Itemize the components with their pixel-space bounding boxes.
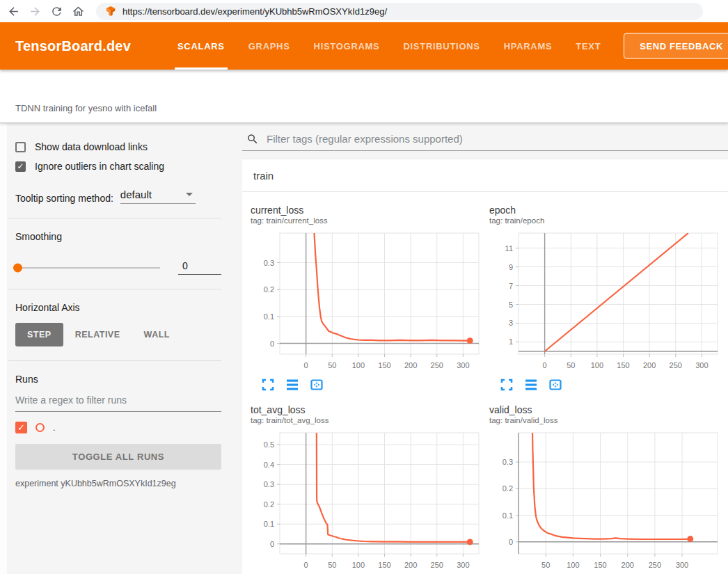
svg-text:0.1: 0.1 xyxy=(264,312,274,321)
svg-text:0: 0 xyxy=(543,361,547,369)
smoothing-value[interactable]: 0 xyxy=(178,260,221,275)
chart-tag: tag: train/current_loss xyxy=(251,216,489,225)
smoothing-label: Smoothing xyxy=(15,231,221,242)
axis-button-wall[interactable]: WALL xyxy=(132,323,182,346)
tooltip-sorting-value: default xyxy=(120,189,152,200)
svg-text:150: 150 xyxy=(378,361,390,369)
chart-title: valid_loss xyxy=(489,404,728,416)
run-checkbox[interactable]: ✓ xyxy=(15,422,27,433)
smoothing-slider[interactable] xyxy=(15,267,160,269)
chart-plot-area[interactable]: 0501001502002503001357911 xyxy=(489,229,722,372)
chevron-down-icon xyxy=(186,193,193,196)
tag-filter-input[interactable] xyxy=(265,132,728,145)
url-bar[interactable]: https://tensorboard.dev/experiment/yKUbh… xyxy=(96,3,703,20)
divider xyxy=(8,218,221,218)
expand-chart-icon[interactable] xyxy=(261,378,275,392)
svg-text:5: 5 xyxy=(509,301,513,309)
ignore-outliers-row[interactable]: ✓ Ignore outliers in chart scaling xyxy=(15,161,221,172)
tab-graphs[interactable]: GRAPHS xyxy=(237,22,302,70)
toggle-log-scale-icon[interactable] xyxy=(285,378,299,392)
tooltip-sorting-row: Tooltip sorting method: default xyxy=(15,189,221,204)
svg-text:300: 300 xyxy=(457,361,469,369)
ignore-outliers-checkbox[interactable]: ✓ xyxy=(15,161,26,172)
back-icon[interactable] xyxy=(7,5,20,18)
svg-text:3: 3 xyxy=(509,319,513,327)
nav-tabs: SCALARSGRAPHSHISTOGRAMSDISTRIBUTIONSHPAR… xyxy=(166,22,612,70)
smoothing-slider-row: 0 xyxy=(15,260,221,275)
svg-text:100: 100 xyxy=(352,561,365,569)
settings-sidebar: Show data download links ✓ Ignore outlie… xyxy=(0,123,242,574)
svg-text:100: 100 xyxy=(567,561,579,569)
train-section-header[interactable]: train xyxy=(242,159,728,192)
svg-text:50: 50 xyxy=(328,361,336,369)
expand-chart-icon[interactable] xyxy=(500,378,514,392)
show-download-links-checkbox[interactable] xyxy=(15,142,26,152)
scalar-chart-tot_avg_loss: tot_avg_losstag: train/tot_avg_loss05010… xyxy=(251,404,489,574)
send-feedback-button[interactable]: SEND FEEDBACK xyxy=(624,33,728,59)
url-text: https://tensorboard.dev/experiment/yKUbh… xyxy=(122,6,387,17)
svg-text:300: 300 xyxy=(457,561,469,569)
chart-title: epoch xyxy=(489,205,728,216)
svg-text:0.3: 0.3 xyxy=(503,458,513,466)
chart-tag: tag: train/valid_loss xyxy=(489,416,728,424)
svg-text:0.3: 0.3 xyxy=(264,480,274,488)
toggle-log-scale-icon[interactable] xyxy=(524,378,538,392)
home-icon[interactable] xyxy=(72,5,85,18)
axis-button-step[interactable]: STEP xyxy=(15,323,63,346)
chart-actions xyxy=(261,378,489,392)
axis-button-relative[interactable]: RELATIVE xyxy=(63,323,132,346)
search-icon xyxy=(246,133,259,145)
train-section-card: train current_losstag: train/current_los… xyxy=(242,159,728,574)
svg-text:100: 100 xyxy=(591,361,603,369)
svg-text:0.1: 0.1 xyxy=(264,520,274,528)
horizontal-axis-buttons: STEPRELATIVEWALL xyxy=(15,323,221,346)
chart-plot-area[interactable]: 05010015020025030000.10.20.30.40.5 xyxy=(251,429,483,572)
fit-domain-to-data-icon[interactable] xyxy=(310,378,324,392)
tab-text[interactable]: TEXT xyxy=(564,22,612,70)
charts-grid: current_losstag: train/current_loss05010… xyxy=(242,192,728,574)
tooltip-sorting-label: Tooltip sorting method: xyxy=(15,193,113,204)
show-download-links-label: Show data download links xyxy=(35,141,148,152)
chart-title: current_loss xyxy=(251,205,489,216)
svg-text:150: 150 xyxy=(594,561,606,569)
dashboard-main: train current_losstag: train/current_los… xyxy=(242,123,728,574)
svg-text:0: 0 xyxy=(304,361,308,369)
tab-distributions[interactable]: DISTRIBUTIONS xyxy=(391,22,491,70)
svg-text:0: 0 xyxy=(509,538,513,546)
smoothing-slider-thumb[interactable] xyxy=(13,263,22,272)
chart-tag: tag: train/tot_avg_loss xyxy=(251,416,489,424)
scalar-chart-current_loss: current_losstag: train/current_loss05010… xyxy=(251,205,489,392)
tab-hparams[interactable]: HPARAMS xyxy=(492,22,564,70)
tooltip-sorting-dropdown[interactable]: default xyxy=(120,189,196,204)
run-name: . xyxy=(53,422,56,433)
runs-filter-input[interactable] xyxy=(15,388,221,412)
reload-icon[interactable] xyxy=(50,5,63,18)
svg-text:150: 150 xyxy=(617,361,629,369)
svg-text:200: 200 xyxy=(643,361,656,369)
svg-text:300: 300 xyxy=(676,561,688,569)
svg-text:50: 50 xyxy=(541,561,550,569)
divider xyxy=(8,360,221,361)
tab-scalars[interactable]: SCALARS xyxy=(166,22,237,70)
toggle-all-runs-button[interactable]: TOGGLE ALL RUNS xyxy=(15,444,221,470)
svg-text:250: 250 xyxy=(431,361,443,369)
svg-text:0.2: 0.2 xyxy=(503,484,513,493)
experiment-id-label: experiment yKUbhb5wRmOSXYkId1z9eg xyxy=(15,479,221,488)
experiment-title: TDNN training for yesno with icefall xyxy=(15,103,157,113)
run-row[interactable]: ✓ . xyxy=(15,422,221,433)
svg-text:0: 0 xyxy=(270,340,274,348)
svg-text:200: 200 xyxy=(404,361,417,369)
chart-plot-area[interactable]: 05010015020025030000.10.20.3 xyxy=(251,229,483,372)
svg-text:0.4: 0.4 xyxy=(264,461,274,469)
browser-chrome: https://tensorboard.dev/experiment/yKUbh… xyxy=(0,0,728,22)
run-color-icon xyxy=(35,423,45,432)
svg-text:11: 11 xyxy=(505,244,513,253)
tag-filter-row xyxy=(242,127,728,151)
divider xyxy=(8,289,221,289)
chart-plot-area[interactable]: 5010015020025030000.10.20.3 xyxy=(489,429,722,572)
tab-histograms[interactable]: HISTOGRAMS xyxy=(302,22,392,70)
show-download-links-row[interactable]: Show data download links xyxy=(15,141,221,152)
fit-domain-to-data-icon[interactable] xyxy=(548,378,562,392)
tensorboard-favicon xyxy=(105,6,116,17)
forward-icon[interactable] xyxy=(29,5,42,18)
